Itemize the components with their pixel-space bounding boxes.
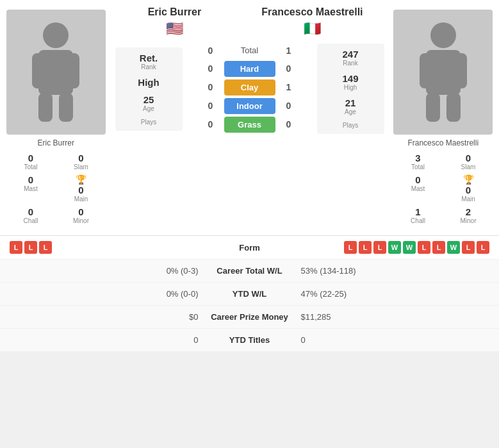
stat-p1-value: 0% (0-0) xyxy=(10,289,199,299)
indoor-button[interactable]: Indoor xyxy=(224,98,275,114)
stat-p2-value: 53% (134-118) xyxy=(301,266,490,276)
player2-stats-grid: 3 Total 0 Slam 0 Mast 🏆 0 Main xyxy=(393,151,493,226)
player2-plays-label: Plays xyxy=(343,122,358,129)
player1-name-under: Eric Burrer xyxy=(38,138,74,147)
player2-form-badge: W xyxy=(403,241,416,254)
stat-row: $0Career Prize Money$11,285 xyxy=(0,306,499,329)
player2-high-label: High xyxy=(342,84,358,91)
stat-p2-value: $11,285 xyxy=(301,312,490,322)
player1-slam-value: 0 xyxy=(56,153,106,163)
svg-point-6 xyxy=(430,22,456,48)
player2-mast-value: 0 xyxy=(415,174,420,185)
svg-rect-7 xyxy=(426,50,461,95)
player1-total-label: Total xyxy=(6,163,56,170)
player2-rank-value: 247 xyxy=(342,49,358,60)
clay-button[interactable]: Clay xyxy=(224,79,275,95)
player1-high-value: High xyxy=(138,77,159,88)
player1-age-label: Age xyxy=(143,105,154,112)
player1-slam-label: Slam xyxy=(56,163,106,170)
player1-silhouette xyxy=(6,10,106,135)
stat-row: 0% (0-3)Career Total W/L53% (134-118) xyxy=(0,260,499,283)
player2-rank-item: 247 Rank xyxy=(342,49,358,67)
stats-rows-container: 0% (0-3)Career Total W/L53% (134-118)0% … xyxy=(0,260,499,352)
stat-label: YTD W/L xyxy=(199,289,301,299)
grass-button[interactable]: Grass xyxy=(224,117,275,133)
player2-age-value: 21 xyxy=(345,97,356,108)
player2-age-item: 21 Age xyxy=(345,97,356,115)
player2-chall-value: 1 xyxy=(393,206,443,217)
hard-button[interactable]: Hard xyxy=(224,61,275,77)
player2-form-badge: L xyxy=(373,241,386,254)
svg-rect-2 xyxy=(32,53,44,88)
center-inner: Eric Burrer 🇺🇸 Francesco Maestrelli 🇮🇹 R… xyxy=(112,6,388,134)
stat-row: 0% (0-0)YTD W/L47% (22-25) xyxy=(0,283,499,306)
player2-form-badge: W xyxy=(447,241,460,254)
player1-stats-grid: 0 Total 0 Slam 0 Mast 🏆 0 Main xyxy=(6,151,106,226)
player1-header-name: Eric Burrer xyxy=(136,6,213,18)
player1-high-item: High xyxy=(138,77,159,88)
player1-plays-item: Plays xyxy=(141,119,156,126)
stat-label: Career Total W/L xyxy=(199,266,301,276)
player1-age-value: 25 xyxy=(143,94,154,105)
player2-total-value: 3 xyxy=(393,153,443,163)
svg-rect-8 xyxy=(420,53,431,88)
form-center-label: Form xyxy=(211,243,288,253)
player1-main-cell: 🏆 0 Main xyxy=(56,173,106,204)
player2-chall-cell: 1 Chall xyxy=(393,205,443,226)
player1-photo xyxy=(6,10,106,135)
player1-minor-label: Minor xyxy=(56,217,106,224)
player2-main-cell: 🏆 0 Main xyxy=(444,173,493,204)
player1-form-badge: L xyxy=(10,241,22,254)
player2-main-label: Main xyxy=(461,195,475,203)
stat-label: YTD Titles xyxy=(199,335,301,345)
player2-slam-value: 0 xyxy=(444,153,493,163)
p2-clay-score: 1 xyxy=(279,82,299,92)
player2-rank-label: Rank xyxy=(342,60,358,67)
p1-clay-score: 0 xyxy=(201,82,220,92)
player2-mast-cell: 0 Mast xyxy=(393,173,443,204)
p1-grass-score: 0 xyxy=(201,119,220,129)
svg-rect-5 xyxy=(59,93,73,122)
player2-total-cell: 3 Total xyxy=(393,151,443,172)
player2-photo-area: Francesco Maestrelli 3 Total 0 Slam 0 Ma… xyxy=(388,6,500,229)
player1-rank-value: Ret. xyxy=(140,53,158,63)
stat-p1-value: 0 xyxy=(10,335,199,345)
player1-form-badge: L xyxy=(24,241,37,254)
p2-total-score: 1 xyxy=(279,46,299,56)
p1-indoor-score: 0 xyxy=(201,101,220,111)
total-row: 0 Total 1 xyxy=(201,46,299,56)
grass-row: 0 Grass 0 xyxy=(186,117,314,133)
player2-form-badge: L xyxy=(344,241,357,254)
player1-header: Eric Burrer 🇺🇸 xyxy=(136,6,213,37)
svg-rect-11 xyxy=(446,93,461,122)
top-inner: Eric Burrer 0 Total 0 Slam 0 Mast xyxy=(0,6,499,229)
player2-total-label: Total xyxy=(393,163,443,170)
clay-row: 0 Clay 1 xyxy=(186,79,314,95)
player2-high-item: 149 High xyxy=(342,73,358,91)
player2-form-badge: L xyxy=(359,241,372,254)
player1-total-cell: 0 Total xyxy=(6,151,56,172)
hard-row: 0 Hard 0 xyxy=(186,61,314,77)
player2-form-badge: L xyxy=(477,241,489,254)
player2-form-badge: L xyxy=(418,241,430,254)
player2-form-badge: L xyxy=(462,241,475,254)
main-container: Eric Burrer 0 Total 0 Slam 0 Mast xyxy=(0,0,499,352)
player2-minor-value: 2 xyxy=(444,206,493,217)
player1-chall-cell: 0 Chall xyxy=(6,205,56,226)
player1-minor-value: 0 xyxy=(56,206,106,217)
player2-header: Francesco Maestrelli 🇮🇹 xyxy=(261,6,363,37)
player1-main-label: Main xyxy=(74,195,88,203)
form-left: LLL xyxy=(10,241,211,254)
player2-slam-cell: 0 Slam xyxy=(444,151,493,172)
player1-total-value: 0 xyxy=(6,153,56,163)
player1-rank-item: Ret. Rank xyxy=(140,53,158,71)
surface-rows: 0 Total 1 0 Hard 0 0 Cla xyxy=(186,46,314,133)
names-row: Eric Burrer 🇺🇸 Francesco Maestrelli 🇮🇹 xyxy=(112,6,388,37)
indoor-row: 0 Indoor 0 xyxy=(186,98,314,114)
stat-label: Career Prize Money xyxy=(199,312,301,322)
p1-total-score: 0 xyxy=(201,46,220,56)
p2-hard-score: 0 xyxy=(279,63,299,74)
player2-trophy-icon: 🏆 xyxy=(463,174,474,185)
stat-p1-value: 0% (0-3) xyxy=(10,266,199,276)
player1-mast-value: 0 xyxy=(28,174,33,185)
